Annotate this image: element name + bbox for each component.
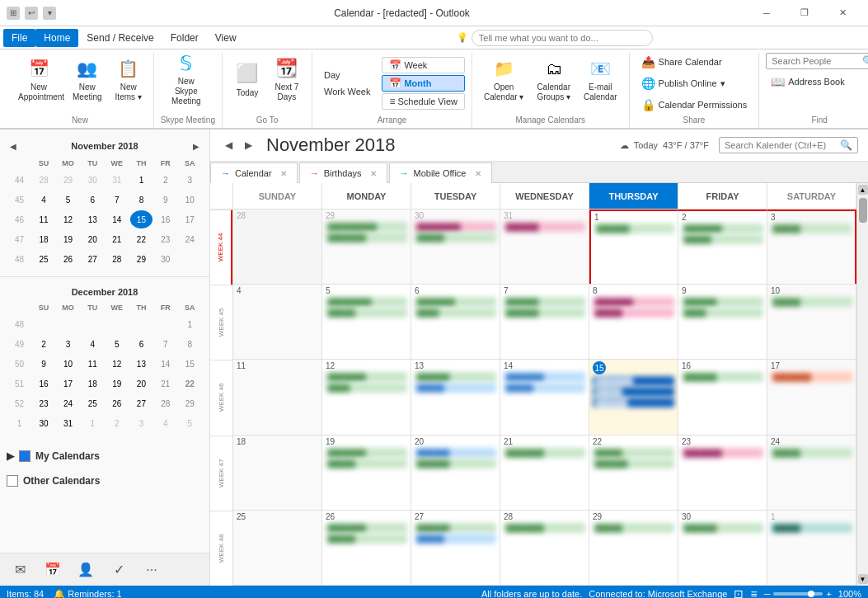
event[interactable]: ▓▓▓▓ xyxy=(415,308,496,318)
day-23-nov[interactable]: 23 ▓▓▓▓▓▓▓ xyxy=(678,436,767,510)
next7days-button[interactable]: 📆 Next 7Days xyxy=(269,53,305,106)
day-17-nov[interactable]: 17 ▓▓▓▓▓▓▓ xyxy=(767,360,856,434)
event[interactable]: ▓▓▓▓▓▓▓ xyxy=(771,372,852,382)
mobile-tab-close[interactable]: ✕ xyxy=(475,169,481,178)
mail-nav-button[interactable]: ✉ xyxy=(10,560,30,580)
event[interactable]: ▓▓▓▓▓ xyxy=(593,523,674,533)
day-cell-mini[interactable]: 28 xyxy=(106,250,129,268)
day-cell-mini[interactable]: 1 xyxy=(130,171,152,189)
event[interactable]: ▓▓▓▓▓▓▓▓▓ xyxy=(326,222,407,232)
day-cell-mini[interactable]: 25 xyxy=(32,250,54,268)
day-29-oct[interactable]: 29 ▓▓▓▓▓▓▓▓▓ ▓▓▓▓▓▓▓ xyxy=(322,210,411,284)
mobile-office-tab[interactable]: → Mobile Office ✕ xyxy=(389,162,492,183)
day-6-nov[interactable]: 6 ▓▓▓▓▓▓▓ ▓▓▓▓ xyxy=(411,285,500,359)
day-9-nov[interactable]: 9 ▓▓▓▓▓▓ ▓▓▓▓ xyxy=(678,285,767,359)
new-skype-meeting-button[interactable]: 𝕊 New SkypeMeeting xyxy=(161,53,212,106)
event[interactable]: ▓▓▓▓▓ xyxy=(326,534,407,544)
event[interactable]: ▓▓▓▓▓▓▓ xyxy=(326,233,407,242)
day-cell-mini[interactable]: 18 xyxy=(32,230,54,248)
day-cell-mini[interactable]: 6 xyxy=(82,191,104,209)
event[interactable]: ▓▓▓▓▓▓▓▓ xyxy=(326,297,407,307)
day-28-nov[interactable]: 28 ▓▓▓▓▓▓▓ xyxy=(500,511,589,585)
day-view-button[interactable]: Day xyxy=(319,68,375,82)
scrollbar[interactable]: ▲ ▼ xyxy=(856,183,868,586)
menu-home[interactable]: Home xyxy=(35,29,78,47)
day-7-nov[interactable]: 7 ▓▓▓▓▓▓ ▓▓▓▓▓▓ xyxy=(500,285,589,359)
event[interactable]: ▓▓▓▓▓▓▓ xyxy=(593,376,674,386)
event[interactable]: ▓▓▓▓▓▓▓ xyxy=(682,448,763,458)
calendar-permissions-button[interactable]: 🔒 Calendar Permissions xyxy=(636,96,753,114)
event[interactable]: ▓▓▓▓▓▓▓ xyxy=(326,372,407,382)
event[interactable]: ▓▓▓▓ xyxy=(326,383,407,393)
day-8-nov[interactable]: 8 ▓▓▓▓▓▓▓ ▓▓▓▓▓ xyxy=(589,285,678,359)
event[interactable]: ▓▓▓▓▓ xyxy=(415,383,496,393)
day-cell-mini[interactable]: 29 xyxy=(57,171,80,189)
menu-folder[interactable]: Folder xyxy=(162,29,207,47)
event[interactable]: ▓▓▓▓▓▓▓ xyxy=(326,523,407,533)
tell-me-input[interactable] xyxy=(472,30,653,46)
menu-view[interactable]: View xyxy=(207,29,245,47)
cal-prev-month-button[interactable]: ◀ xyxy=(220,137,237,153)
event[interactable]: ▓▓▓▓▓ xyxy=(504,383,585,393)
schedule-view-button[interactable]: ≡ Schedule View xyxy=(382,93,465,110)
day-cell-mini[interactable]: 4 xyxy=(32,191,54,209)
day-cell-mini[interactable]: 14 xyxy=(106,210,129,228)
day-15-nov-today[interactable]: 15 ▓▓▓▓▓▓▓ ▓▓▓▓▓ ▓▓▓▓▓▓ xyxy=(589,360,678,434)
quick-access-icon[interactable]: ⊞ xyxy=(7,7,20,20)
day-19-nov[interactable]: 19 ▓▓▓▓▓▓▓ ▓▓▓▓▓ xyxy=(322,436,411,510)
day-13-nov[interactable]: 13 ▓▓▓▓▓▓ ▓▓▓▓▓ xyxy=(411,360,500,434)
event[interactable]: ▓▓▓▓▓ xyxy=(771,224,852,233)
people-nav-button[interactable]: 👤 xyxy=(76,560,96,580)
event[interactable]: ▓▓▓▓▓▓▓ xyxy=(504,523,585,533)
event[interactable]: ▓▓▓▓▓▓▓ xyxy=(415,297,496,307)
day-cell-mini[interactable]: 9 xyxy=(154,191,176,209)
day-24-nov[interactable]: 24 ▓▓▓▓▓ xyxy=(767,436,856,510)
day-12-nov[interactable]: 12 ▓▓▓▓▓▓▓ ▓▓▓▓ xyxy=(322,360,411,434)
address-book-button[interactable]: 📖 Address Book xyxy=(766,73,868,91)
day-10-nov[interactable]: 10 ▓▓▓▓▓ xyxy=(767,285,856,359)
event[interactable]: ▓▓▓▓▓▓▓▓ xyxy=(415,222,496,232)
event[interactable]: ▓▓▓▓▓▓ xyxy=(415,448,496,458)
calendar-tab[interactable]: → Calendar ✕ xyxy=(210,162,298,183)
event[interactable]: ▓▓▓▓▓ xyxy=(682,234,763,244)
month-view-button[interactable]: 📅 Month xyxy=(382,75,465,92)
event[interactable]: ▓▓▓▓▓ xyxy=(415,534,496,544)
day-4-nov[interactable]: 4 xyxy=(233,285,322,359)
mini-cal-next-button[interactable]: ▶ xyxy=(190,139,203,153)
work-week-button[interactable]: Work Week xyxy=(319,84,375,99)
undo-icon[interactable]: ↩ xyxy=(25,7,38,20)
day-cell-mini[interactable]: 3 xyxy=(178,171,201,189)
event[interactable]: ▓▓▓▓▓▓▓ xyxy=(682,224,763,233)
day-28-oct[interactable]: 28 xyxy=(233,210,322,284)
day-cell-mini[interactable]: 23 xyxy=(154,230,176,248)
day-cell-mini[interactable]: 17 xyxy=(178,210,201,228)
my-calendars-header[interactable]: ▶ My Calendars xyxy=(7,447,203,465)
event[interactable]: ▓▓▓▓▓▓▓ xyxy=(504,448,585,458)
event[interactable]: ▓▓▓▓▓▓ xyxy=(504,297,585,307)
calendar-groups-button[interactable]: 🗂 CalendarGroups ▾ xyxy=(532,53,575,106)
day-5-nov[interactable]: 5 ▓▓▓▓▓▓▓▓ ▓▓▓▓▓ xyxy=(322,285,411,359)
zoom-out-icon[interactable]: ─ xyxy=(764,589,771,598)
day-29-nov[interactable]: 29 ▓▓▓▓▓ xyxy=(589,511,678,585)
day-21-nov[interactable]: 21 ▓▓▓▓▓▓▓ xyxy=(500,436,589,510)
event[interactable]: ▓▓▓▓▓▓▓ xyxy=(504,372,585,382)
zoom-control[interactable]: ─ + xyxy=(764,589,832,598)
event[interactable]: ▓▓▓▓▓▓ xyxy=(504,222,585,232)
day-cell-mini[interactable]: 8 xyxy=(130,191,152,209)
day-14-nov[interactable]: 14 ▓▓▓▓▓▓▓ ▓▓▓▓▓ xyxy=(500,360,589,434)
day-cell-mini[interactable]: 29 xyxy=(130,250,152,268)
zoom-slider[interactable] xyxy=(773,592,823,596)
email-calendar-button[interactable]: 📧 E-mailCalendar xyxy=(579,53,622,106)
day-cell-mini[interactable]: 24 xyxy=(178,230,201,248)
share-calendar-button[interactable]: 📤 Share Calendar xyxy=(636,53,753,71)
new-meeting-button[interactable]: 👥 NewMeeting xyxy=(68,53,107,106)
event[interactable]: ▓▓▓▓▓▓ xyxy=(415,523,496,533)
event[interactable]: ▓▓▓▓▓▓ xyxy=(682,523,763,533)
day-cell-mini-today[interactable]: 15 xyxy=(130,210,152,228)
day-20-nov[interactable]: 20 ▓▓▓▓▓▓ ▓▓▓▓▓▓ xyxy=(411,436,500,510)
event[interactable]: ▓▓▓▓▓ xyxy=(326,459,407,469)
birthdays-tab-close[interactable]: ✕ xyxy=(370,169,377,178)
calendar-search-input[interactable] xyxy=(725,140,840,150)
event[interactable]: ▓▓▓▓▓ xyxy=(593,308,674,318)
search-people-input[interactable] xyxy=(772,56,862,66)
